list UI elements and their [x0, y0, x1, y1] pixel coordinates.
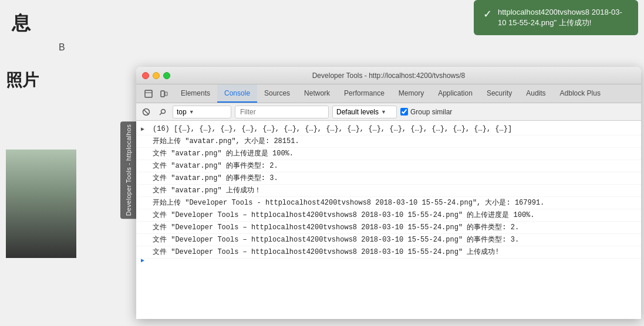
- bg-label-b: B: [59, 42, 65, 53]
- bg-photo-person: [6, 150, 76, 258]
- window-title: Developer Tools - http://localhost:4200/…: [312, 72, 466, 80]
- device-toolbar-icon[interactable]: [157, 87, 170, 100]
- tab-elements[interactable]: Elements: [174, 84, 217, 103]
- tab-audits[interactable]: Audits: [519, 84, 552, 103]
- console-line: 文件 "Developer Tools – httplocalhost4200t…: [136, 222, 641, 234]
- traffic-lights: [142, 72, 170, 79]
- console-filter-icon[interactable]: [156, 106, 169, 118]
- tab-console[interactable]: Console: [217, 84, 257, 103]
- console-line: 文件 "avatar.png" 上传成功！: [136, 185, 641, 197]
- console-line: 开始上传 "Developer Tools - httplocalhost420…: [136, 197, 641, 209]
- svg-rect-3: [165, 92, 167, 96]
- toast-text: httplocalhost4200tvshows8 2018-03-10 15-…: [498, 7, 629, 28]
- tab-memory[interactable]: Memory: [392, 84, 431, 103]
- context-chevron-icon: ▼: [189, 109, 194, 115]
- tab-icon-group: [139, 84, 174, 103]
- toast-notification: ✓ httplocalhost4200tvshows8 2018-03-10 1…: [474, 0, 638, 35]
- svg-point-6: [161, 109, 166, 113]
- tab-sources[interactable]: Sources: [257, 84, 297, 103]
- inspect-icon[interactable]: [142, 87, 155, 100]
- console-line: (16) [{…}, {…}, {…}, {…}, {…}, {…}, {…},…: [136, 123, 641, 135]
- bg-title: 息: [12, 11, 31, 36]
- level-chevron-icon: ▼: [381, 109, 386, 115]
- bg-photo-title: 照片: [6, 69, 39, 91]
- context-value: top: [177, 108, 187, 116]
- titlebar: Developer Tools - http://localhost:4200/…: [136, 67, 641, 84]
- tab-performance[interactable]: Performance: [337, 84, 392, 103]
- log-level-selector[interactable]: Default levels ▼: [332, 106, 397, 118]
- console-toolbar: top ▼ Default levels ▼ Group similar: [136, 103, 641, 121]
- console-line: 文件 "Developer Tools – httplocalhost4200t…: [136, 234, 641, 246]
- svg-rect-2: [161, 91, 164, 97]
- context-selector[interactable]: top ▼: [173, 106, 231, 118]
- minimize-button[interactable]: [153, 72, 160, 79]
- svg-line-5: [144, 110, 149, 114]
- group-similar-label[interactable]: Group similar: [400, 108, 452, 116]
- bg-photo-area: [6, 150, 76, 258]
- console-line: 文件 "Developer Tools – httplocalhost4200t…: [136, 209, 641, 222]
- toast-check-icon: ✓: [483, 8, 492, 21]
- close-button[interactable]: [142, 72, 149, 79]
- console-line: 开始上传 "avatar.png", 大小是: 28151.: [136, 135, 641, 148]
- svg-rect-0: [145, 90, 152, 97]
- group-similar-checkbox[interactable]: [400, 108, 408, 116]
- svg-line-7: [160, 113, 162, 115]
- console-output[interactable]: (16) [{…}, {…}, {…}, {…}, {…}, {…}, {…},…: [136, 121, 641, 319]
- console-input-row[interactable]: [136, 259, 641, 262]
- console-line: 文件 "Developer Tools – httplocalhost4200t…: [136, 246, 641, 259]
- sidebar-devtools-label: Developer Tools - httplocalhos: [120, 121, 137, 219]
- devtools-window: Developer Tools - http://localhost:4200/…: [136, 67, 641, 319]
- console-clear-button[interactable]: [140, 106, 153, 118]
- tab-network[interactable]: Network: [297, 84, 337, 103]
- tab-security[interactable]: Security: [480, 84, 519, 103]
- filter-input[interactable]: [235, 106, 329, 118]
- console-line: 文件 "avatar.png" 的事件类型: 3.: [136, 172, 641, 185]
- tab-adblock[interactable]: Adblock Plus: [553, 84, 608, 103]
- level-value: Default levels: [336, 108, 379, 116]
- console-line: 文件 "avatar.png" 的上传进度是 100%.: [136, 148, 641, 160]
- group-similar-text: Group similar: [410, 108, 452, 116]
- tab-application[interactable]: Application: [431, 84, 480, 103]
- maximize-button[interactable]: [163, 72, 170, 79]
- console-line: 文件 "avatar.png" 的事件类型: 2.: [136, 160, 641, 172]
- tab-bar: Elements Console Sources Network Perform…: [136, 84, 641, 103]
